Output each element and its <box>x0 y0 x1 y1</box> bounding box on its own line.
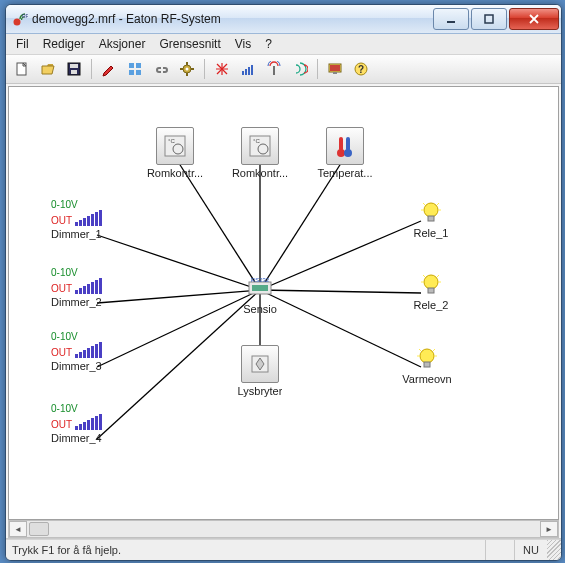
node-rele-1[interactable]: Rele_1 <box>401 199 461 239</box>
node-label: Rele_1 <box>414 227 449 239</box>
scroll-thumb[interactable] <box>29 522 49 536</box>
svg-text:°C: °C <box>168 138 175 144</box>
node-dimmer-4[interactable]: 0-10V OUT Dimmer_4 <box>51 403 129 444</box>
svg-rect-23 <box>245 69 247 75</box>
canvas-scrollview[interactable]: °C Romkontr... °C Romkontr... Temperat..… <box>8 86 559 520</box>
svg-point-0 <box>14 19 21 26</box>
node-varmeovn[interactable]: Varmeovn <box>397 345 457 385</box>
resize-grip[interactable] <box>547 540 561 560</box>
status-indicator: NU <box>514 540 547 560</box>
horizontal-scrollbar[interactable]: ◄ ► <box>8 520 559 538</box>
svg-rect-51 <box>346 137 350 151</box>
node-rele-2[interactable]: Rele_2 <box>401 271 461 311</box>
node-label: Dimmer_3 <box>51 360 102 372</box>
node-sensio[interactable]: RS232 Sensio <box>230 275 290 315</box>
question-icon[interactable]: ? <box>349 57 373 81</box>
svg-rect-98 <box>424 362 430 367</box>
node-label: Romkontr... <box>232 167 288 179</box>
dimmer-range-label: 0-10V <box>51 199 78 210</box>
menu-edit[interactable]: Rediger <box>37 35 91 53</box>
close-button[interactable] <box>509 8 559 30</box>
svg-rect-25 <box>251 65 253 75</box>
open-file-icon[interactable] <box>36 57 60 81</box>
antenna-icon[interactable] <box>262 57 286 81</box>
signal-bars-icon <box>75 342 109 358</box>
signal-bars-icon[interactable] <box>236 57 260 81</box>
node-label: Varmeovn <box>402 373 451 385</box>
svg-rect-69 <box>95 280 98 294</box>
dimmer-range-label: 0-10V <box>51 267 78 278</box>
thermostat-icon: °C <box>156 127 194 165</box>
maximize-button[interactable] <box>471 8 507 30</box>
menu-view[interactable]: Vis <box>229 35 257 53</box>
status-help-text: Trykk F1 for å få hjelp. <box>6 544 485 556</box>
node-dimmer-3[interactable]: 0-10V OUT Dimmer_3 <box>51 331 129 372</box>
svg-rect-92 <box>428 288 434 293</box>
svg-rect-79 <box>79 424 82 430</box>
menu-help[interactable]: ? <box>259 35 278 53</box>
svg-line-96 <box>437 275 439 277</box>
svg-rect-49 <box>339 137 343 151</box>
svg-point-85 <box>424 203 438 217</box>
gear-icon[interactable] <box>175 57 199 81</box>
node-temperatur[interactable]: Temperat... <box>315 127 375 179</box>
pencil-icon[interactable] <box>97 57 121 81</box>
svg-rect-84 <box>99 414 102 430</box>
dimmer-range-label: 0-10V <box>51 403 78 414</box>
menu-actions[interactable]: Aksjoner <box>93 35 152 53</box>
node-dimmer-1[interactable]: 0-10V OUT Dimmer_1 <box>51 199 129 240</box>
scroll-left-icon[interactable]: ◄ <box>9 521 27 537</box>
svg-rect-7 <box>71 70 77 74</box>
svg-rect-76 <box>95 344 98 358</box>
dimmer-out-label: OUT <box>51 283 72 294</box>
svg-rect-59 <box>83 218 86 226</box>
node-romkontr-1[interactable]: °C Romkontr... <box>145 127 205 179</box>
svg-line-95 <box>423 275 425 277</box>
node-lysbryter[interactable]: Lysbryter <box>230 345 290 397</box>
burst-red-icon[interactable] <box>210 57 234 81</box>
svg-rect-10 <box>129 70 134 75</box>
dimmer-out-label: OUT <box>51 419 72 430</box>
dimmer-out-label: OUT <box>51 215 72 226</box>
svg-rect-68 <box>91 282 94 294</box>
wave-icon[interactable] <box>288 57 312 81</box>
svg-rect-71 <box>75 354 78 358</box>
titlebar[interactable]: RF demovegg2.mrf - Eaton RF-System <box>6 5 561 34</box>
toolbar: ? <box>6 55 561 84</box>
svg-line-101 <box>419 349 421 351</box>
scroll-right-icon[interactable]: ► <box>540 521 558 537</box>
new-file-icon[interactable] <box>10 57 34 81</box>
save-icon[interactable] <box>62 57 86 81</box>
minimize-button[interactable] <box>433 8 469 30</box>
node-dimmer-2[interactable]: 0-10V OUT Dimmer_2 <box>51 267 129 308</box>
svg-rect-63 <box>99 210 102 226</box>
menu-file[interactable]: Fil <box>10 35 35 53</box>
thermostat-icon: °C <box>241 127 279 165</box>
grid-icon[interactable] <box>123 57 147 81</box>
content-area: °C Romkontr... °C Romkontr... Temperat..… <box>6 84 561 539</box>
svg-rect-70 <box>99 278 102 294</box>
menubar: Fil Rediger Aksjoner Grensesnitt Vis ? <box>6 34 561 55</box>
toolbar-separator <box>204 59 205 79</box>
signal-bars-icon <box>75 210 109 226</box>
svg-rect-2 <box>447 21 455 23</box>
svg-rect-62 <box>95 212 98 226</box>
monitor-icon[interactable] <box>323 57 347 81</box>
diagram-canvas[interactable]: °C Romkontr... °C Romkontr... Temperat..… <box>9 87 558 519</box>
app-icon: RF <box>12 11 28 27</box>
svg-rect-60 <box>87 216 90 226</box>
menu-interface[interactable]: Grensesnitt <box>153 35 226 53</box>
svg-rect-57 <box>75 222 78 226</box>
svg-point-50 <box>337 149 345 157</box>
node-romkontr-2[interactable]: °C Romkontr... <box>230 127 290 179</box>
svg-rect-6 <box>70 64 78 68</box>
node-label: Dimmer_4 <box>51 432 102 444</box>
svg-rect-80 <box>83 422 86 430</box>
node-label: Dimmer_1 <box>51 228 102 240</box>
link-icon[interactable] <box>149 57 173 81</box>
svg-rect-11 <box>136 70 141 75</box>
dimmer-range-label: 0-10V <box>51 331 78 342</box>
svg-rect-74 <box>87 348 90 358</box>
node-label: Dimmer_2 <box>51 296 102 308</box>
svg-point-52 <box>344 149 352 157</box>
